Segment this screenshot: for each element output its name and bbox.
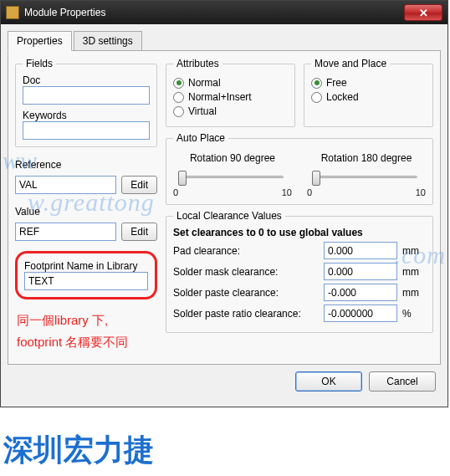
right-column: Attributes Normal Normal+Insert Virtual <box>166 58 433 357</box>
watermark-brand: 深圳宏力捷 <box>3 430 154 471</box>
radio-virtual-label: Virtual <box>188 105 217 117</box>
doc-label: Doc <box>23 74 150 86</box>
move-place-group: Move and Place Free Locked <box>304 58 433 127</box>
rot180-max: 10 <box>416 187 426 197</box>
radio-normal-insert[interactable]: Normal+Insert <box>173 91 288 103</box>
pad-clearance-unit: mm <box>402 245 426 257</box>
doc-input[interactable] <box>23 86 150 105</box>
footprint-highlight: Footprint Name in Library <box>15 251 157 299</box>
dialog-footer: OK Cancel <box>8 365 441 400</box>
radio-free-label: Free <box>326 77 347 89</box>
annotation-note: 同一個library 下, footprint 名稱要不同 <box>15 305 157 357</box>
window-title: Module Properties <box>24 7 404 18</box>
attributes-group: Attributes Normal Normal+Insert Virtual <box>166 58 295 127</box>
close-button[interactable]: ✕ <box>404 4 442 21</box>
close-icon: ✕ <box>419 7 428 19</box>
radio-normal[interactable]: Normal <box>173 77 288 89</box>
radio-icon <box>173 78 184 89</box>
mask-clearance-label: Solder mask clearance: <box>173 266 319 278</box>
radio-icon <box>311 92 322 103</box>
radio-icon <box>173 92 184 103</box>
mask-clearance-input[interactable] <box>324 263 397 280</box>
keywords-input[interactable] <box>23 121 150 140</box>
tab-3d-settings[interactable]: 3D settings <box>74 31 142 50</box>
tab-content: Fields Doc Keywords Reference Edit Value <box>8 51 441 365</box>
reference-label: Reference <box>15 159 157 171</box>
paste-clearance-label: Solder paste clearance: <box>173 287 319 299</box>
radio-locked[interactable]: Locked <box>311 91 426 103</box>
pad-clearance-label: Pad clearance: <box>173 245 319 257</box>
rot90-max: 10 <box>282 187 292 197</box>
ok-button[interactable]: OK <box>295 371 362 392</box>
radio-locked-label: Locked <box>326 91 359 103</box>
rot180-label: Rotation 180 degree <box>321 152 412 164</box>
rot90-min: 0 <box>173 187 178 197</box>
attributes-legend: Attributes <box>173 58 222 69</box>
radio-normal-insert-label: Normal+Insert <box>188 91 252 103</box>
value-input[interactable] <box>15 223 116 241</box>
radio-free[interactable]: Free <box>311 77 426 89</box>
reference-input[interactable] <box>15 176 116 194</box>
pad-clearance-input[interactable] <box>324 242 397 259</box>
footprint-label: Footprint Name in Library <box>24 260 148 272</box>
left-column: Fields Doc Keywords Reference Edit Value <box>15 58 157 357</box>
paste-clearance-unit: mm <box>402 287 426 299</box>
note-line-1: 同一個library 下, <box>17 310 156 331</box>
radio-icon <box>173 106 184 117</box>
auto-place-group: Auto Place Rotation 90 degree 0 10 <box>166 132 433 205</box>
rot180-min: 0 <box>307 187 312 197</box>
rot90-slider[interactable] <box>173 167 292 186</box>
fields-group: Fields Doc Keywords <box>15 58 157 147</box>
tab-strip: Properties 3D settings <box>8 31 441 51</box>
radio-normal-label: Normal <box>188 77 221 89</box>
footprint-input[interactable] <box>24 272 148 290</box>
value-edit-button[interactable]: Edit <box>121 223 157 241</box>
client-area: Properties 3D settings Fields Doc Keywor… <box>1 24 447 407</box>
radio-virtual[interactable]: Virtual <box>173 105 288 117</box>
ratio-clearance-label: Solder paste ratio clearance: <box>173 308 319 320</box>
paste-clearance-input[interactable] <box>324 284 397 301</box>
move-place-legend: Move and Place <box>311 58 390 69</box>
ratio-clearance-unit: % <box>402 308 426 320</box>
radio-icon <box>311 78 322 89</box>
clearance-legend: Local Clearance Values <box>173 210 285 222</box>
dialog-window: Module Properties ✕ Properties 3D settin… <box>0 0 448 407</box>
ratio-clearance-input[interactable] <box>324 305 397 322</box>
rot90-label: Rotation 90 degree <box>190 152 275 164</box>
tab-properties[interactable]: Properties <box>8 31 72 51</box>
titlebar: Module Properties ✕ <box>1 1 447 24</box>
mask-clearance-unit: mm <box>402 266 426 278</box>
rot180-slider[interactable] <box>307 167 426 186</box>
keywords-label: Keywords <box>23 110 150 121</box>
auto-place-legend: Auto Place <box>173 132 228 144</box>
fields-legend: Fields <box>23 58 56 69</box>
cancel-button[interactable]: Cancel <box>369 371 436 392</box>
app-icon <box>6 6 19 19</box>
value-label: Value <box>15 206 157 218</box>
note-line-2: footprint 名稱要不同 <box>17 331 156 353</box>
clearance-hint: Set clearances to 0 to use global values <box>173 227 426 238</box>
reference-edit-button[interactable]: Edit <box>121 176 157 194</box>
clearance-group: Local Clearance Values Set clearances to… <box>166 210 433 333</box>
